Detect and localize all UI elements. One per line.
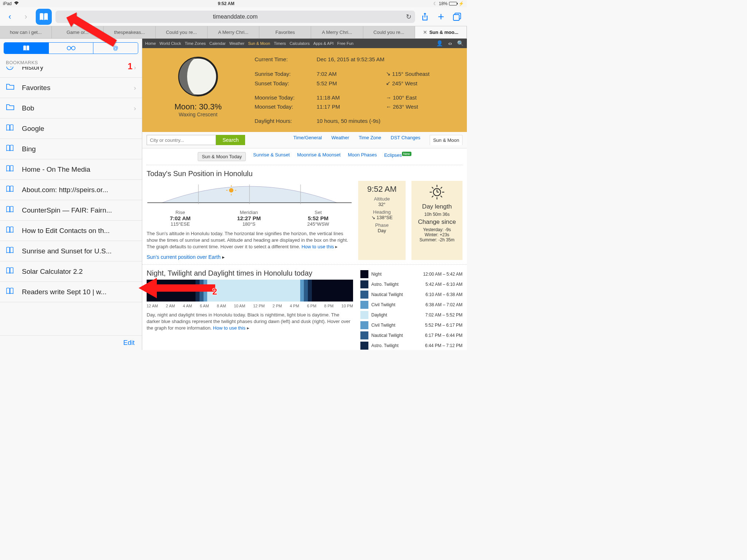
search-row: Search Time/General Weather Time Zone DS… <box>142 132 467 148</box>
bookmarks-button[interactable] <box>36 9 52 25</box>
charging-icon: ⚡ <box>458 1 464 6</box>
svg-line-25 <box>441 187 442 188</box>
subtab-moon-phases[interactable]: Moon Phases <box>348 152 377 161</box>
tab-5[interactable]: Favorites <box>259 26 311 38</box>
seg-shared-links[interactable]: @ <box>93 43 138 54</box>
seg-reading-list[interactable] <box>49 43 94 54</box>
nav-calculators[interactable]: Calculators <box>290 41 310 46</box>
sidebar-item-11[interactable]: Readers write Sept 10 | w... <box>0 282 142 302</box>
sun-position-chart[interactable]: Rise7:02 AM115°ESE Meridian12:27 PM180°S… <box>147 181 352 260</box>
sidebar-item-7[interactable]: CounterSpin — FAIR: Fairn... <box>0 200 142 221</box>
twilight-chart[interactable]: Night, Twilight and Daylight times in Ho… <box>147 269 353 350</box>
tab-7[interactable]: Could you re... <box>363 26 415 38</box>
twilight-segment <box>204 280 207 302</box>
legend-row: Astro. Twilight6:44 PM – 7:12 PM <box>360 341 462 350</box>
book-icon <box>6 247 17 255</box>
tab-1[interactable]: Game or... <box>52 26 104 38</box>
tabs-button[interactable] <box>451 11 463 23</box>
nav-sun-moon[interactable]: Sun & Moon <box>248 41 270 46</box>
sidebar-item-9[interactable]: Sunrise and Sunset for U.S... <box>0 241 142 261</box>
sidebar-list: History›Favorites›Bob›GoogleBingHome - O… <box>0 67 142 335</box>
moon-title: Moon: 30.3% <box>152 102 244 112</box>
status-bar: iPad 9:52 AM ☾ 18% ⚡ <box>0 0 467 7</box>
book-icon <box>6 145 17 153</box>
reload-icon[interactable]: ↻ <box>406 13 411 21</box>
tab-2[interactable]: thespeakeas... <box>104 26 155 38</box>
subtab-sun-moon-today[interactable]: Sun & Moon Today <box>198 152 246 161</box>
twilight-segment <box>308 280 312 302</box>
search-button[interactable]: Search <box>216 135 245 145</box>
chevron-right-icon: › <box>134 84 136 92</box>
twilight-segment <box>300 280 304 302</box>
search-icon[interactable]: 🔍 <box>457 40 464 47</box>
sidebar-item-label: Favorites <box>22 84 134 92</box>
nav-time-zones[interactable]: Time Zones <box>185 41 206 46</box>
edit-button[interactable]: Edit <box>123 339 135 347</box>
sidebar-item-1[interactable]: Favorites› <box>0 78 142 98</box>
sidebar-item-label: Sunrise and Sunset for U.S... <box>22 247 136 255</box>
share-page-icon[interactable]: ‹› <box>448 40 452 47</box>
sublink-dst[interactable]: DST Changes <box>391 135 420 145</box>
sidebar-item-3[interactable]: Google <box>0 118 142 139</box>
battery-percent: 18% <box>439 1 448 6</box>
sidebar-item-label: Readers write Sept 10 | w... <box>22 288 136 296</box>
tab-6[interactable]: A Merry Chri... <box>311 26 363 38</box>
sidebar-item-0[interactable]: History› <box>0 67 142 78</box>
sublink-sun-moon-current[interactable]: Sun & Moon <box>430 135 462 145</box>
sidebar-item-2[interactable]: Bob› <box>0 98 142 118</box>
chevron-right-icon: › <box>134 67 136 71</box>
forward-button[interactable]: › <box>20 11 32 23</box>
sublink-weather[interactable]: Weather <box>331 135 349 145</box>
nav-world-clock[interactable]: World Clock <box>159 41 181 46</box>
subtab-moonrise-moonset[interactable]: Moonrise & Moonset <box>297 152 340 161</box>
sidebar-item-label: How to Edit Contacts on th... <box>22 227 136 235</box>
twilight-heading: Night, Twilight and Daylight times in Ho… <box>147 269 353 277</box>
sidebar-item-5[interactable]: Home - On The Media <box>0 159 142 180</box>
nav-timers[interactable]: Timers <box>274 41 286 46</box>
how-to-use-link-2[interactable]: How to use this <box>213 325 245 331</box>
legend-row: Nautical Twilight6:10 AM – 6:38 AM <box>360 289 462 300</box>
new-tab-button[interactable]: + <box>435 11 447 23</box>
nav-free-fun[interactable]: Free Fun <box>337 41 354 46</box>
sidebar-item-10[interactable]: Solar Calculator 2.2 <box>0 261 142 282</box>
sidebar-item-4[interactable]: Bing <box>0 139 142 159</box>
legend-swatch <box>360 280 368 288</box>
close-tab-icon[interactable]: ✕ <box>423 30 427 35</box>
legend-row: Night12:00 AM – 5:42 AM <box>360 269 462 279</box>
share-button[interactable] <box>419 11 431 23</box>
city-search-input[interactable] <box>147 135 216 145</box>
svg-point-10 <box>229 188 233 192</box>
url-bar[interactable]: timeanddate.com ↻ <box>55 11 415 23</box>
url-text: timeanddate.com <box>213 13 258 20</box>
legend-swatch <box>360 331 368 339</box>
svg-line-22 <box>432 187 433 188</box>
device-label: iPad <box>3 1 12 6</box>
how-to-use-link[interactable]: How to use this <box>302 244 334 249</box>
nav-calendar[interactable]: Calendar <box>209 41 226 46</box>
sidebar-item-6[interactable]: About.com: http://speirs.or... <box>0 180 142 200</box>
sublink-time-general[interactable]: Time/General <box>293 135 322 145</box>
svg-point-4 <box>7 67 13 70</box>
nav-home[interactable]: Home <box>145 41 156 46</box>
svg-rect-1 <box>453 15 459 20</box>
sub-tabs: Sun & Moon Today Sunrise & Sunset Moonri… <box>147 148 462 165</box>
tab-row: how can i get... Game or... thespeakeas.… <box>0 26 467 39</box>
subtab-eclipses[interactable]: EclipsesNew <box>384 152 411 161</box>
folder-icon <box>6 104 17 113</box>
seg-bookmarks[interactable] <box>4 43 49 54</box>
sublink-time-zone[interactable]: Time Zone <box>359 135 381 145</box>
page-content: Home World Clock Time Zones Calendar Wea… <box>142 39 467 350</box>
sun-current-position-link[interactable]: Sun's current position over Earth <box>147 254 221 260</box>
nav-weather[interactable]: Weather <box>229 41 244 46</box>
subtab-sunrise-sunset[interactable]: Sunrise & Sunset <box>253 152 290 161</box>
tab-4[interactable]: A Merry Chri... <box>208 26 259 38</box>
nav-apps-api[interactable]: Apps & API <box>313 41 334 46</box>
sidebar-item-8[interactable]: How to Edit Contacts on th... <box>0 221 142 241</box>
tab-0[interactable]: how can i get... <box>0 26 52 38</box>
account-icon[interactable]: 👤 <box>436 40 443 47</box>
sidebar-item-label: Solar Calculator 2.2 <box>22 268 136 276</box>
tab-8-active[interactable]: ✕Sun & moo... <box>415 26 467 38</box>
back-button[interactable]: ‹ <box>4 11 16 23</box>
tab-3[interactable]: Could you re... <box>156 26 208 38</box>
book-icon <box>6 206 17 214</box>
